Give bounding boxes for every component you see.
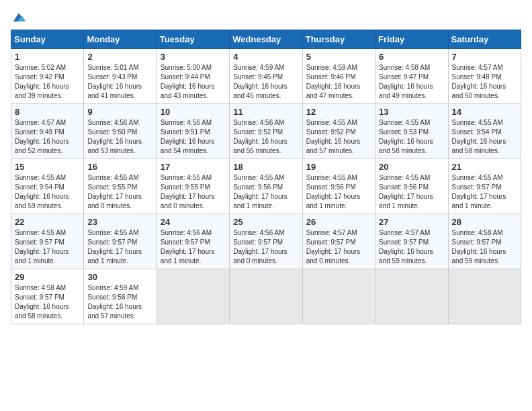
day-number: 18 bbox=[233, 162, 298, 172]
calendar-empty-cell bbox=[302, 269, 375, 324]
day-sun-info: Sunrise: 4:57 AMSunset: 9:49 PMDaylight:… bbox=[15, 118, 80, 156]
day-sun-info: Sunrise: 4:56 AMSunset: 9:57 PMDaylight:… bbox=[233, 228, 298, 266]
day-number: 14 bbox=[452, 107, 517, 117]
day-number: 16 bbox=[87, 162, 152, 172]
day-of-week-header: Wednesday bbox=[230, 30, 302, 49]
day-sun-info: Sunrise: 5:01 AMSunset: 9:43 PMDaylight:… bbox=[87, 63, 152, 101]
calendar-day-cell: 5Sunrise: 4:59 AMSunset: 9:46 PMDaylight… bbox=[302, 49, 375, 104]
calendar-week-row: 8Sunrise: 4:57 AMSunset: 9:49 PMDaylight… bbox=[11, 104, 521, 159]
calendar-day-cell: 22Sunrise: 4:55 AMSunset: 9:57 PMDayligh… bbox=[11, 214, 84, 269]
day-sun-info: Sunrise: 4:59 AMSunset: 9:46 PMDaylight:… bbox=[306, 63, 371, 101]
calendar-header-row: SundayMondayTuesdayWednesdayThursdayFrid… bbox=[11, 30, 521, 49]
calendar-day-cell: 19Sunrise: 4:55 AMSunset: 9:56 PMDayligh… bbox=[302, 159, 375, 214]
day-number: 4 bbox=[233, 52, 298, 62]
day-of-week-header: Monday bbox=[84, 30, 157, 49]
calendar-day-cell: 21Sunrise: 4:55 AMSunset: 9:57 PMDayligh… bbox=[448, 159, 521, 214]
day-number: 21 bbox=[452, 162, 517, 172]
calendar-day-cell: 14Sunrise: 4:55 AMSunset: 9:54 PMDayligh… bbox=[448, 104, 521, 159]
calendar-day-cell: 25Sunrise: 4:56 AMSunset: 9:57 PMDayligh… bbox=[230, 214, 302, 269]
calendar-day-cell: 20Sunrise: 4:55 AMSunset: 9:56 PMDayligh… bbox=[375, 159, 448, 214]
logo-icon bbox=[11, 11, 27, 24]
calendar-empty-cell bbox=[375, 269, 448, 324]
day-sun-info: Sunrise: 4:58 AMSunset: 9:47 PMDaylight:… bbox=[379, 63, 444, 101]
calendar-day-cell: 7Sunrise: 4:57 AMSunset: 9:48 PMDaylight… bbox=[448, 49, 521, 104]
calendar-day-cell: 18Sunrise: 4:55 AMSunset: 9:56 PMDayligh… bbox=[230, 159, 302, 214]
day-sun-info: Sunrise: 4:55 AMSunset: 9:53 PMDaylight:… bbox=[379, 118, 444, 156]
day-number: 10 bbox=[161, 107, 226, 117]
day-number: 28 bbox=[452, 217, 517, 227]
calendar-week-row: 29Sunrise: 4:58 AMSunset: 9:57 PMDayligh… bbox=[11, 269, 521, 324]
day-number: 20 bbox=[379, 162, 444, 172]
calendar-day-cell: 8Sunrise: 4:57 AMSunset: 9:49 PMDaylight… bbox=[11, 104, 84, 159]
day-number: 22 bbox=[15, 217, 80, 227]
calendar-day-cell: 11Sunrise: 4:56 AMSunset: 9:52 PMDayligh… bbox=[230, 104, 302, 159]
day-sun-info: Sunrise: 4:56 AMSunset: 9:57 PMDaylight:… bbox=[161, 228, 226, 266]
day-sun-info: Sunrise: 4:55 AMSunset: 9:57 PMDaylight:… bbox=[452, 173, 517, 211]
day-number: 27 bbox=[379, 217, 444, 227]
calendar-day-cell: 1Sunrise: 5:02 AMSunset: 9:42 PMDaylight… bbox=[11, 49, 84, 104]
day-sun-info: Sunrise: 4:55 AMSunset: 9:54 PMDaylight:… bbox=[15, 173, 80, 211]
day-of-week-header: Friday bbox=[375, 30, 448, 49]
day-sun-info: Sunrise: 4:57 AMSunset: 9:57 PMDaylight:… bbox=[306, 228, 371, 266]
day-sun-info: Sunrise: 4:55 AMSunset: 9:56 PMDaylight:… bbox=[233, 173, 298, 211]
day-sun-info: Sunrise: 4:55 AMSunset: 9:52 PMDaylight:… bbox=[306, 118, 371, 156]
calendar-day-cell: 17Sunrise: 4:55 AMSunset: 9:55 PMDayligh… bbox=[157, 159, 229, 214]
day-sun-info: Sunrise: 4:55 AMSunset: 9:56 PMDaylight:… bbox=[379, 173, 444, 211]
calendar-day-cell: 24Sunrise: 4:56 AMSunset: 9:57 PMDayligh… bbox=[157, 214, 229, 269]
day-sun-info: Sunrise: 4:57 AMSunset: 9:48 PMDaylight:… bbox=[452, 63, 517, 101]
day-sun-info: Sunrise: 4:55 AMSunset: 9:55 PMDaylight:… bbox=[87, 173, 152, 211]
day-number: 12 bbox=[306, 107, 371, 117]
calendar-day-cell: 27Sunrise: 4:57 AMSunset: 9:57 PMDayligh… bbox=[375, 214, 448, 269]
calendar-day-cell: 13Sunrise: 4:55 AMSunset: 9:53 PMDayligh… bbox=[375, 104, 448, 159]
day-of-week-header: Tuesday bbox=[157, 30, 229, 49]
calendar-day-cell: 12Sunrise: 4:55 AMSunset: 9:52 PMDayligh… bbox=[302, 104, 375, 159]
calendar-week-row: 22Sunrise: 4:55 AMSunset: 9:57 PMDayligh… bbox=[11, 214, 521, 269]
day-number: 7 bbox=[452, 52, 517, 62]
day-number: 1 bbox=[15, 52, 80, 62]
calendar-empty-cell bbox=[230, 269, 302, 324]
calendar-day-cell: 28Sunrise: 4:58 AMSunset: 9:57 PMDayligh… bbox=[448, 214, 521, 269]
day-sun-info: Sunrise: 4:56 AMSunset: 9:52 PMDaylight:… bbox=[233, 118, 298, 156]
day-of-week-header: Saturday bbox=[448, 30, 521, 49]
calendar-day-cell: 6Sunrise: 4:58 AMSunset: 9:47 PMDaylight… bbox=[375, 49, 448, 104]
day-number: 19 bbox=[306, 162, 371, 172]
day-number: 25 bbox=[233, 217, 298, 227]
day-number: 17 bbox=[161, 162, 226, 172]
day-number: 8 bbox=[15, 107, 80, 117]
calendar-day-cell: 23Sunrise: 4:55 AMSunset: 9:57 PMDayligh… bbox=[84, 214, 157, 269]
day-sun-info: Sunrise: 5:00 AMSunset: 9:44 PMDaylight:… bbox=[161, 63, 226, 101]
day-number: 15 bbox=[15, 162, 80, 172]
day-of-week-header: Sunday bbox=[11, 30, 84, 49]
day-sun-info: Sunrise: 4:58 AMSunset: 9:57 PMDaylight:… bbox=[15, 283, 80, 321]
day-sun-info: Sunrise: 4:56 AMSunset: 9:50 PMDaylight:… bbox=[87, 118, 152, 156]
day-sun-info: Sunrise: 4:55 AMSunset: 9:56 PMDaylight:… bbox=[306, 173, 371, 211]
calendar-day-cell: 30Sunrise: 4:59 AMSunset: 9:56 PMDayligh… bbox=[84, 269, 157, 324]
day-sun-info: Sunrise: 4:55 AMSunset: 9:57 PMDaylight:… bbox=[15, 228, 80, 266]
calendar-empty-cell bbox=[157, 269, 229, 324]
day-number: 29 bbox=[15, 272, 80, 282]
calendar-day-cell: 3Sunrise: 5:00 AMSunset: 9:44 PMDaylight… bbox=[157, 49, 229, 104]
calendar: SundayMondayTuesdayWednesdayThursdayFrid… bbox=[11, 30, 521, 324]
day-sun-info: Sunrise: 4:56 AMSunset: 9:51 PMDaylight:… bbox=[161, 118, 226, 156]
day-number: 2 bbox=[87, 52, 152, 62]
day-number: 11 bbox=[233, 107, 298, 117]
day-number: 6 bbox=[379, 52, 444, 62]
day-number: 23 bbox=[87, 217, 152, 227]
calendar-day-cell: 4Sunrise: 4:59 AMSunset: 9:45 PMDaylight… bbox=[230, 49, 302, 104]
day-sun-info: Sunrise: 5:02 AMSunset: 9:42 PMDaylight:… bbox=[15, 63, 80, 101]
calendar-day-cell: 10Sunrise: 4:56 AMSunset: 9:51 PMDayligh… bbox=[157, 104, 229, 159]
calendar-day-cell: 26Sunrise: 4:57 AMSunset: 9:57 PMDayligh… bbox=[302, 214, 375, 269]
logo bbox=[11, 11, 30, 24]
calendar-day-cell: 2Sunrise: 5:01 AMSunset: 9:43 PMDaylight… bbox=[84, 49, 157, 104]
calendar-day-cell: 29Sunrise: 4:58 AMSunset: 9:57 PMDayligh… bbox=[11, 269, 84, 324]
day-number: 26 bbox=[306, 217, 371, 227]
day-of-week-header: Thursday bbox=[302, 30, 375, 49]
calendar-week-row: 15Sunrise: 4:55 AMSunset: 9:54 PMDayligh… bbox=[11, 159, 521, 214]
day-sun-info: Sunrise: 4:55 AMSunset: 9:54 PMDaylight:… bbox=[452, 118, 517, 156]
calendar-day-cell: 9Sunrise: 4:56 AMSunset: 9:50 PMDaylight… bbox=[84, 104, 157, 159]
calendar-week-row: 1Sunrise: 5:02 AMSunset: 9:42 PMDaylight… bbox=[11, 49, 521, 104]
day-number: 9 bbox=[87, 107, 152, 117]
day-number: 13 bbox=[379, 107, 444, 117]
day-number: 24 bbox=[161, 217, 226, 227]
day-sun-info: Sunrise: 4:58 AMSunset: 9:57 PMDaylight:… bbox=[452, 228, 517, 266]
